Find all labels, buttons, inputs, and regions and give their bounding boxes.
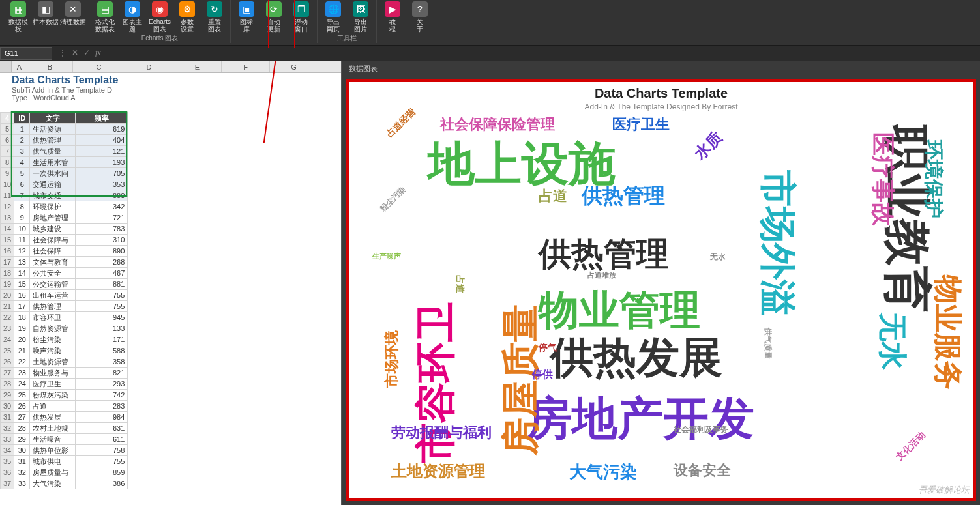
cell-id[interactable]: 10 — [14, 224, 30, 235]
cell-freq[interactable]: 404 — [76, 135, 128, 146]
export-web[interactable]: 🌐导出 网页 — [321, 0, 345, 33]
row-header[interactable]: 20 — [1, 290, 14, 301]
cell-text[interactable]: 粉煤灰污染 — [30, 390, 76, 401]
cell-id[interactable]: 4 — [14, 157, 30, 168]
cell-text[interactable]: 占道 — [30, 401, 76, 412]
col-text[interactable]: 文字 — [30, 113, 76, 124]
col-header-C[interactable]: C — [73, 61, 125, 72]
cell-freq[interactable]: 133 — [76, 323, 128, 334]
cell-text[interactable]: 大气污染 — [30, 478, 76, 489]
echarts-chart[interactable]: ◉Echarts 图表 — [148, 0, 171, 33]
row-header[interactable]: 22 — [1, 312, 14, 323]
cell-freq[interactable]: 755 — [76, 456, 128, 467]
cell-id[interactable]: 3 — [14, 146, 30, 157]
table-row[interactable]: 2016出租车运营755 — [1, 290, 128, 301]
table-row[interactable]: 3127供热发展984 — [1, 412, 128, 423]
cell-freq[interactable]: 783 — [76, 224, 128, 235]
row-header[interactable]: 11 — [1, 190, 14, 201]
row-header[interactable]: 36 — [1, 467, 14, 478]
row-header[interactable]: 32 — [1, 423, 14, 434]
row-header[interactable]: 23 — [1, 323, 14, 334]
cell-text[interactable]: 医疗卫生 — [30, 379, 76, 390]
cell-freq[interactable]: 310 — [76, 235, 128, 246]
table-row[interactable]: 84生活用水管193 — [1, 157, 128, 168]
cell-id[interactable]: 26 — [14, 401, 30, 412]
table-row[interactable]: 1511社会保障与310 — [1, 235, 128, 246]
row-header[interactable]: 12 — [1, 201, 14, 212]
table-row[interactable]: 1915公交运输管881 — [1, 279, 128, 290]
cell-text[interactable]: 文体与教育 — [30, 257, 76, 268]
row-header[interactable]: 34 — [1, 445, 14, 456]
row-header[interactable]: 8 — [1, 157, 14, 168]
cell-text[interactable]: 生活资源 — [30, 124, 76, 135]
cell-freq[interactable]: 386 — [76, 478, 128, 489]
spreadsheet-pane[interactable]: ABCDEFG Data Charts Template SubTi Add-I… — [0, 61, 342, 505]
cell-text[interactable]: 生活用水管 — [30, 157, 76, 168]
cell-id[interactable]: 5 — [14, 168, 30, 179]
data-table[interactable]: 4 ID 文字 频率 51生活资源61962供热管理40473供气质量12184… — [0, 112, 128, 489]
cell-id[interactable]: 1 — [14, 124, 30, 135]
cell-text[interactable]: 公交运输管 — [30, 279, 76, 290]
table-row[interactable]: 1612社会保障890 — [1, 246, 128, 257]
cell-text[interactable]: 社会保障 — [30, 246, 76, 257]
row-header[interactable]: 18 — [1, 268, 14, 279]
row-header[interactable]: 15 — [1, 235, 14, 246]
table-row[interactable]: 3733大气污染386 — [1, 478, 128, 489]
fb-confirm-icon[interactable]: ✓ — [83, 48, 90, 58]
table-row[interactable]: 3228农村土地规631 — [1, 423, 128, 434]
cell-text[interactable]: 环境保护 — [30, 201, 76, 212]
row-header[interactable]: 33 — [1, 434, 14, 445]
cell-freq[interactable]: 283 — [76, 401, 128, 412]
table-row[interactable]: 3531城市供电755 — [1, 456, 128, 467]
table-row[interactable]: 2723物业服务与821 — [1, 368, 128, 379]
cell-text[interactable]: 出租车运营 — [30, 290, 76, 301]
cell-id[interactable]: 9 — [14, 212, 30, 224]
row-header[interactable]: 6 — [1, 135, 14, 146]
table-row[interactable]: 3329生活噪音611 — [1, 434, 128, 445]
table-row[interactable]: 3430供热单位影758 — [1, 445, 128, 456]
data-template[interactable]: ▦数据模 板 — [7, 0, 30, 33]
cell-freq[interactable]: 358 — [76, 356, 128, 368]
cell-id[interactable]: 11 — [14, 235, 30, 246]
cell-id[interactable]: 24 — [14, 379, 30, 390]
about[interactable]: ?关 于 — [408, 0, 432, 33]
cell-text[interactable]: 供热管理 — [30, 135, 76, 146]
cell-id[interactable]: 2 — [14, 135, 30, 146]
cell-text[interactable]: 自然资源管 — [30, 323, 76, 334]
name-box[interactable] — [0, 47, 52, 60]
table-row[interactable]: 1713文体与教育268 — [1, 257, 128, 268]
table-row[interactable]: 3026占道283 — [1, 401, 128, 412]
cell-text[interactable]: 供热单位影 — [30, 445, 76, 456]
cell-text[interactable]: 供热管理 — [30, 301, 76, 312]
cell-text[interactable]: 噪声污染 — [30, 345, 76, 356]
row-header[interactable]: 5 — [1, 124, 14, 135]
cell-text[interactable]: 一次供水问 — [30, 168, 76, 179]
cell-text[interactable]: 市容环卫 — [30, 312, 76, 323]
cell-text[interactable]: 生活噪音 — [30, 434, 76, 445]
fb-cancel-icon[interactable]: ✕ — [72, 48, 78, 58]
table-row[interactable]: 117城市交通880 — [1, 190, 128, 201]
cell-freq[interactable]: 611 — [76, 434, 128, 445]
col-header-B[interactable]: B — [27, 61, 73, 72]
icon-lib[interactable]: ▣图标 库 — [235, 0, 258, 33]
cell-text[interactable]: 土地资源管 — [30, 356, 76, 368]
chart-tab-label[interactable]: 数据图表 — [342, 61, 980, 76]
cell-id[interactable]: 12 — [14, 246, 30, 257]
cell-id[interactable]: 19 — [14, 323, 30, 334]
row-header[interactable]: 14 — [1, 224, 14, 235]
table-row[interactable]: 2218市容环卫945 — [1, 312, 128, 323]
cell-id[interactable]: 18 — [14, 312, 30, 323]
reset-chart[interactable]: ↻重置 图表 — [203, 0, 226, 33]
table-row[interactable]: 128环境保护342 — [1, 201, 128, 212]
format-data-table[interactable]: ▤格式化 数据表 — [93, 0, 117, 33]
cell-text[interactable]: 供气质量 — [30, 146, 76, 157]
table-row[interactable]: 3632房屋质量与859 — [1, 467, 128, 478]
table-row[interactable]: 2622土地资源管358 — [1, 356, 128, 368]
cell-text[interactable]: 城市供电 — [30, 456, 76, 467]
row-header[interactable]: 16 — [1, 246, 14, 257]
cell-id[interactable]: 22 — [14, 356, 30, 368]
col-header-F[interactable]: F — [222, 61, 270, 72]
cell-freq[interactable]: 193 — [76, 157, 128, 168]
row-header[interactable]: 37 — [1, 478, 14, 489]
table-row[interactable]: 62供热管理404 — [1, 135, 128, 146]
